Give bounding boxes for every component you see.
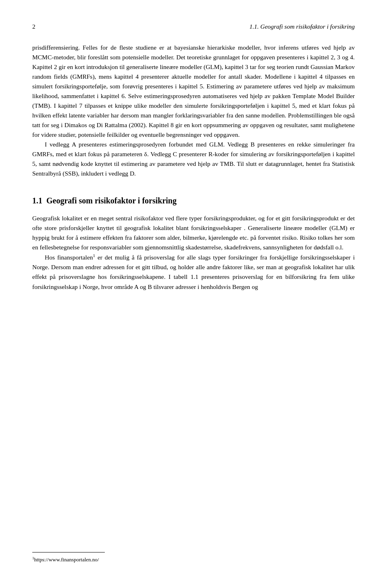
footnote-divider (32, 552, 105, 552)
paragraph-1: prisdifferensiering. Felles for de flest… (32, 43, 355, 140)
section-paragraph-1: Geografisk lokalitet er en meget sentral… (32, 213, 355, 252)
section-heading: 1.1 Geografi som risikofaktor i forsikri… (32, 195, 355, 207)
paragraph-2: I vedlegg A presenteres estimeringsprose… (32, 140, 355, 178)
sp2-text-before: Hos finansportalen (45, 254, 93, 261)
footnote-1: 1https://www.finansportalen.no/ (32, 556, 355, 564)
section-paragraph-2: Hos finansportalen1 er det mulig å få pr… (32, 252, 355, 291)
footnote-url: https://www.finansportalen.no/ (34, 557, 99, 563)
footnotes-area: 1https://www.finansportalen.no/ (32, 540, 355, 564)
page-header: 2 1.1. Geografi som risikofaktor i forsi… (32, 22, 355, 31)
page-number: 2 (32, 22, 35, 31)
section-title: Geografi som risikofaktor i forsikring (46, 196, 177, 205)
section-number: 1.1 (32, 196, 42, 205)
header-title: 1.1. Geografi som risikofaktor i forsikr… (250, 22, 355, 31)
page: 2 1.1. Geografi som risikofaktor i forsi… (0, 0, 387, 588)
